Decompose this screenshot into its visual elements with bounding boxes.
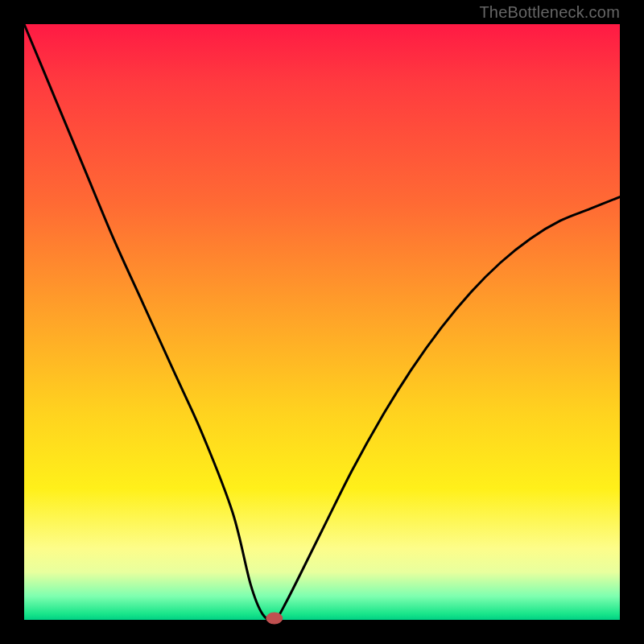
watermark-label: TheBottleneck.com — [479, 3, 620, 22]
minimum-marker — [266, 613, 283, 624]
curve-layer — [24, 24, 620, 620]
bottleneck-curve — [24, 24, 620, 621]
chart-frame: TheBottleneck.com — [0, 0, 644, 644]
plot-area — [24, 24, 620, 620]
